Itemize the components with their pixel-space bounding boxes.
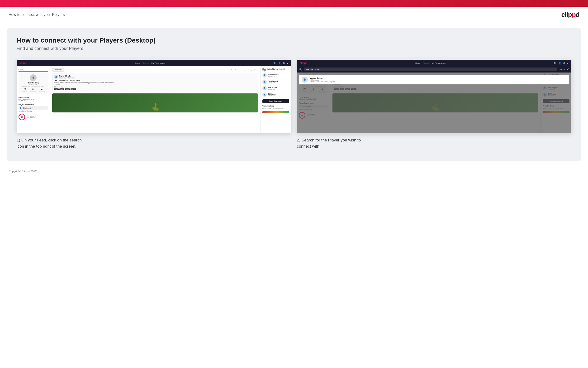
activity-title: Pre Tournament Course Walk [54,80,256,82]
mini-nav-links-1: Home Teams My Performance [135,62,166,64]
screenshot-2: clippd Home Teams My Performance 🔍 👤 ⚙ ● [297,60,571,133]
mini-logo-1: clippd [19,62,27,64]
followers-label: Followers [30,91,36,92]
quality-bars: OTT ▬▬▬ 79 APP ▬▬ 70 [26,115,36,118]
mini-body-2: Feed 👤 Blair McHarg Golf Coach Mill Ride… [297,66,571,133]
player-avatar-4: 👤 [263,92,267,97]
profile-club: Mill Ride Golf Club, United Kingdom [20,86,46,87]
followers-count: 3 [30,88,36,90]
latest-activity-date: 27 Jul 2022 [18,100,48,101]
settings-icon-2[interactable]: ⚙ [563,62,565,64]
mini-logo-2: clippd [300,62,307,64]
profile-name: Blair McHarg [20,82,46,84]
tag-putt: PUTT [70,88,76,90]
player-avatar-1: 👤 [263,73,267,77]
search-input[interactable] [304,67,557,71]
footer: Copyright Clippd 2022 [0,166,588,177]
result-club: Cypress Point Club, United Kingdom [310,81,335,83]
avatar-icon-2[interactable]: ● [567,62,569,64]
search-bar: 🔍 CLEAR ✕ [297,66,571,73]
team-heatmap-bar [263,111,289,113]
profile-stats: 129 Activities 3 Followers 4 [20,88,46,93]
search-overlay: 🔍 CLEAR ✕ 👤 Marcus Turner [297,66,571,133]
activities-count: 129 [21,88,27,90]
copyright: Copyright Clippd 2022 [9,170,37,173]
player-name-4: Eli Vincent [268,93,289,95]
main-subtitle: Find and connect with your Players [17,46,571,51]
clear-button[interactable]: CLEAR [559,69,565,70]
player-item-2: 👤 Piers Parnell Activities: 4 [263,79,289,84]
player-item-1: 👤 Richard Butler Activities: 7 [263,73,289,78]
quality-label: Total Player Quality [18,110,48,112]
duration-value: 02 hr : 00 min [54,86,256,88]
mini-nav-icons-1: 🔍 👤 ⚙ ● [273,62,288,64]
nav-teams[interactable]: Teams [143,62,149,64]
golf-image: ⛳ [52,93,258,112]
player-name-1: Richard Butler [268,74,289,76]
activity-desc: Walking the course with my coach to buil… [54,82,256,83]
player-avatar-small: 👤 [20,107,22,109]
nav-my-performance-2[interactable]: My Performance [432,62,446,64]
nav-home-2[interactable]: Home [415,62,420,64]
mini-nav-icons-2: 🔍 👤 ⚙ ● [553,62,569,64]
avatar-icon[interactable]: ● [287,62,288,64]
mini-nav-links-2: Home Teams My Performance [415,62,446,64]
close-button[interactable]: ✕ [567,68,569,71]
following-label: Following [39,91,45,92]
mini-nav-1: clippd Home Teams My Performance 🔍 👤 ⚙ ● [17,60,291,66]
player-avatar-2: 👤 [263,80,267,84]
panel-2-desc-line1: 2) Search for the Player you wish to [297,138,361,142]
activity-card: 👤 Richard Butler Yesterday • The Grove P… [52,73,258,92]
control-link[interactable]: Control who can see your activity and da… [231,69,258,71]
player-acts-3: Activities: 3 [268,88,289,90]
screenshot-1: clippd Home Teams My Performance 🔍 👤 ⚙ ● [17,60,291,133]
team-dashboard-btn[interactable]: Team Dashboard [263,99,289,103]
top-bar [0,0,588,7]
nav-my-performance[interactable]: My Performance [151,62,166,64]
panel-1-desc-line1: 1) On your Feed, click on the search [17,138,82,142]
header: How to connect with your Players clippd [0,7,588,23]
activities-label: Activities [21,91,27,92]
result-name: Marcus Turner [310,77,335,79]
player-acts-2: Activities: 4 [268,82,289,83]
team-heatmap-sub: Player Quality - 20 Round Trend [263,108,289,109]
panel-2: clippd Home Teams My Performance 🔍 👤 ⚙ ● [297,60,571,149]
following-btn[interactable]: Following ▾ [52,68,64,72]
mini-body-1: Feed 👤 Blair McHarg Golf Coach Mill Ride… [17,66,291,133]
search-icon[interactable]: 🔍 [273,62,276,64]
player-avatar-3: 👤 [263,86,267,90]
mini-nav-2: clippd Home Teams My Performance 🔍 👤 ⚙ ● [297,60,571,66]
activity-sub: Yesterday • The Grove [59,77,75,79]
profile-icon-2[interactable]: 👤 [558,62,561,64]
chevron-down-icon: ▾ [32,107,33,109]
search-icon-2[interactable]: 🔍 [553,62,556,64]
mini-left-1: Feed 👤 Blair McHarg Golf Coach Mill Ride… [17,66,50,133]
main-title: How to connect with your Players (Deskto… [17,37,571,44]
player-performance-label: Player Performance [18,104,48,106]
activity-tags: OTT APP ARG PUTT [54,88,256,90]
feed-tab[interactable]: Feed [18,68,48,72]
player-name: Eli Vincent [23,107,31,109]
activity-user: Richard Butler [59,75,75,77]
profile-avatar: 👤 [30,74,36,81]
player-select[interactable]: 👤 Eli Vincent ▾ [18,106,48,110]
panel-1: clippd Home Teams My Performance 🔍 👤 ⚙ ● [17,60,291,149]
panel-2-desc-line2: connect with. [297,144,320,148]
search-result-item[interactable]: 👤 Marcus Turner 1.5 Handicap Cypress Poi… [299,75,569,84]
logo: clippd [562,11,579,18]
settings-icon[interactable]: ⚙ [283,62,285,64]
latest-activity-label: Latest Activity [18,97,48,98]
player-acts-4: Activities: 1 [268,95,289,96]
result-avatar: 👤 [302,77,308,83]
player-item-4: 👤 Eli Vincent Activities: 1 [263,92,289,97]
result-handicap: 1.5 Handicap [310,79,335,81]
latest-activity-title: Afternoon round of golf [18,98,48,100]
player-acts-1: Activities: 7 [268,76,289,77]
nav-home[interactable]: Home [135,62,140,64]
mini-right-1: Most Active Players - Last 30 days 👤 Ric… [260,66,291,133]
tag-arg: ARG [65,88,70,90]
panel-1-desc-line2: icon in the top right of the screen. [17,144,76,148]
profile-icon[interactable]: 👤 [278,62,281,64]
main-content: How to connect with your Players (Deskto… [7,28,581,161]
nav-teams-2[interactable]: Teams [423,62,429,64]
